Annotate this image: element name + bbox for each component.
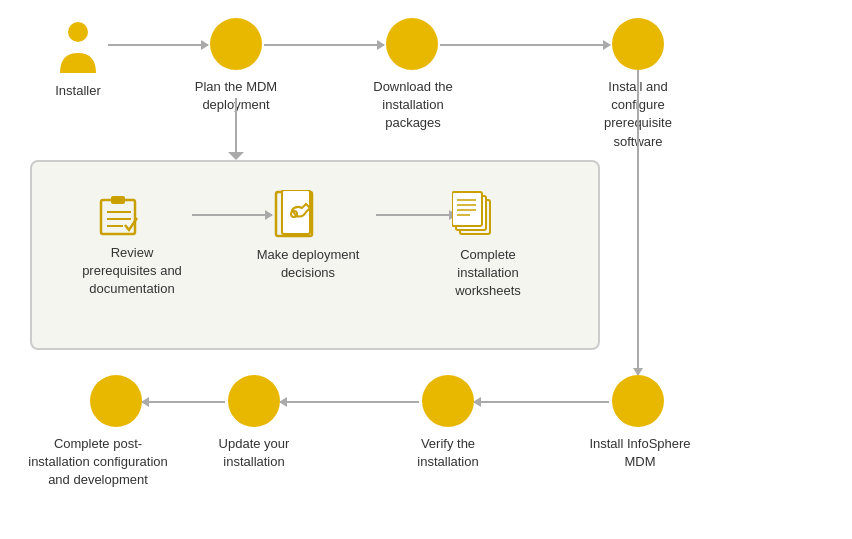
installer-label: Installer <box>38 82 118 100</box>
update-circle <box>228 375 280 427</box>
worksheets-label: Complete installation worksheets <box>430 246 546 301</box>
arrow-review-decisions <box>192 214 272 216</box>
arrow-decisions-worksheets <box>376 214 456 216</box>
review-label: Review prerequisites and documentation <box>78 244 186 299</box>
arrow-plan-download <box>264 44 384 46</box>
svg-point-0 <box>68 22 88 42</box>
arrow-download-install <box>440 44 610 46</box>
diagram: Installer Plan the MDM deployment Downlo… <box>0 0 852 539</box>
arrow-installer-plan <box>108 44 208 46</box>
install-config-circle <box>612 18 664 70</box>
verify-label: Verify the installation <box>398 435 498 471</box>
decisions-label: Make deployment decisions <box>254 246 362 282</box>
plan-circle <box>210 18 262 70</box>
update-label: Update your installation <box>196 435 312 471</box>
svg-rect-2 <box>111 196 125 204</box>
arrow-update-complete <box>142 401 225 403</box>
svg-rect-11 <box>452 192 482 226</box>
decisions-icon <box>274 190 324 240</box>
complete-post-circle <box>90 375 142 427</box>
install-mdm-label: Install InfoSphere MDM <box>580 435 700 471</box>
review-icon <box>97 192 143 238</box>
inner-box: Review prerequisites and documentation M… <box>30 160 600 350</box>
install-mdm-circle <box>612 375 664 427</box>
installer-icon <box>52 18 104 80</box>
verify-circle <box>422 375 474 427</box>
download-circle <box>386 18 438 70</box>
download-label: Download the installation packages <box>358 78 468 133</box>
plan-down-arrow <box>228 98 244 163</box>
svg-marker-17 <box>228 152 244 160</box>
worksheets-icon <box>452 190 502 240</box>
arrow-mdm-verify <box>474 401 609 403</box>
arrow-down-right <box>637 70 639 375</box>
arrow-verify-update <box>280 401 419 403</box>
complete-post-label: Complete post-installation configuration… <box>28 435 168 490</box>
